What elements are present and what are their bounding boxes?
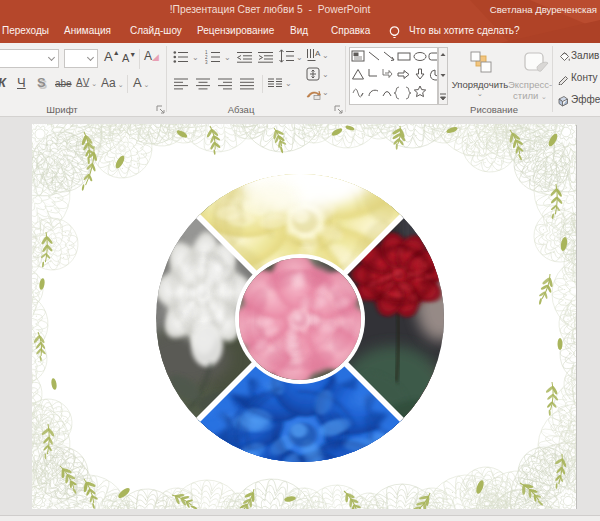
svg-text:A: A <box>315 49 321 58</box>
svg-text:3: 3 <box>205 60 208 65</box>
